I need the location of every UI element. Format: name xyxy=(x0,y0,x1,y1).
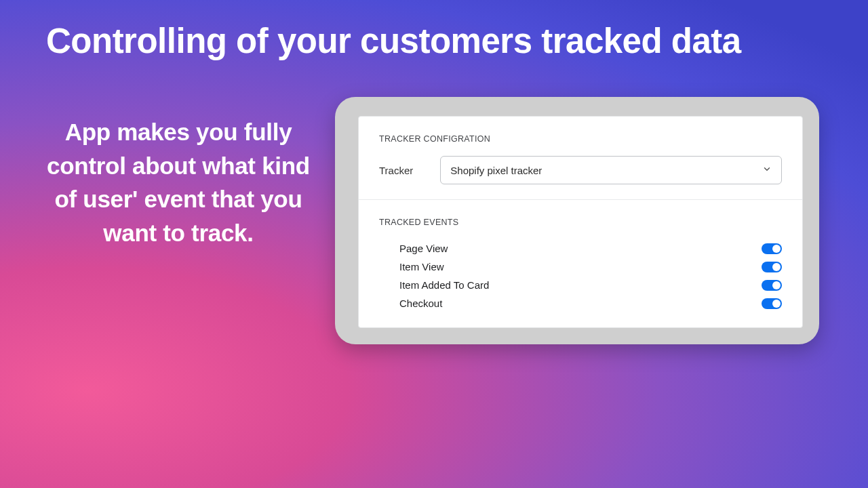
event-toggle-item-added[interactable] xyxy=(762,280,782,291)
tracker-select[interactable]: Shopify pixel tracker xyxy=(440,156,782,184)
settings-panel: TRACKER CONFIGRATION Tracker Shopify pix… xyxy=(358,116,803,328)
events-list: Page View Item View Item Added To Card C… xyxy=(379,239,782,312)
event-toggle-checkout[interactable] xyxy=(762,298,782,309)
event-label: Page View xyxy=(399,243,448,254)
event-row: Item Added To Card xyxy=(399,276,782,294)
page-subtitle: App makes you fully control about what k… xyxy=(46,115,311,250)
tracker-config-section: TRACKER CONFIGRATION Tracker Shopify pix… xyxy=(359,117,802,199)
tracked-events-section: TRACKED EVENTS Page View Item View Item … xyxy=(359,199,802,327)
event-row: Checkout xyxy=(399,294,782,312)
event-row: Page View xyxy=(399,239,782,258)
device-frame: TRACKER CONFIGRATION Tracker Shopify pix… xyxy=(335,97,819,344)
tracker-field-label: Tracker xyxy=(379,165,413,176)
tracker-select-value: Shopify pixel tracker xyxy=(450,165,542,176)
chevron-down-icon xyxy=(762,165,772,176)
event-toggle-item-view[interactable] xyxy=(762,262,782,272)
tracker-config-heading: TRACKER CONFIGRATION xyxy=(379,134,782,144)
event-toggle-page-view[interactable] xyxy=(762,243,782,254)
event-label: Item Added To Card xyxy=(399,279,489,291)
event-row: Item View xyxy=(399,258,782,276)
event-label: Item View xyxy=(399,261,444,272)
tracked-events-heading: TRACKED EVENTS xyxy=(379,218,782,227)
page-title: Controlling of your customers tracked da… xyxy=(46,23,741,60)
event-label: Checkout xyxy=(399,298,442,309)
tracker-field-row: Tracker Shopify pixel tracker xyxy=(379,156,782,184)
